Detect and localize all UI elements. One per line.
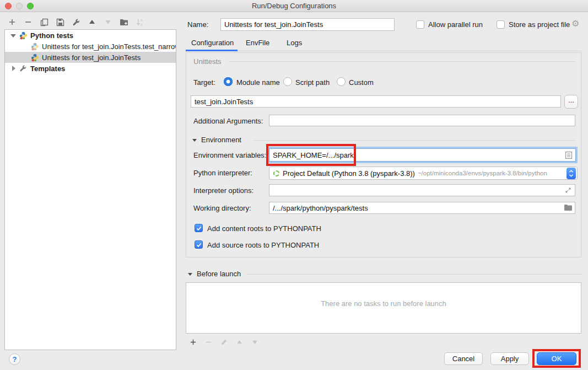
allow-parallel-run-checkbox[interactable]	[416, 20, 424, 29]
conda-env-icon	[273, 170, 279, 176]
add-configuration-button[interactable]	[8, 18, 17, 26]
interpreter-value: Project Default (Python 3.8 (pyspark-3.8…	[283, 169, 415, 178]
expand-arrow-icon[interactable]	[10, 66, 16, 71]
tree-item-templates[interactable]: Templates	[5, 63, 176, 74]
additional-arguments-input[interactable]	[269, 115, 575, 126]
combo-stepper-icon[interactable]	[567, 168, 576, 179]
help-button[interactable]: ?	[9, 353, 20, 365]
interpreter-path: ~/opt/miniconda3/envs/pyspark-3.8/bin/py…	[418, 170, 567, 176]
group-rule	[229, 61, 575, 62]
add-source-roots-checkbox[interactable]	[195, 240, 203, 249]
tree-item-python-tests[interactable]: Python tests	[5, 30, 176, 41]
edit-templates-wrench-icon[interactable]	[72, 18, 80, 26]
add-task-button[interactable]	[188, 337, 197, 346]
tree-item-label: Unittests for test_join.JoinTests	[42, 53, 141, 62]
move-down-icon	[104, 18, 112, 26]
working-directory-input[interactable]	[269, 202, 575, 214]
add-content-roots-label: Add content roots to PYTHONPATH	[207, 224, 321, 233]
active-tab-underline	[186, 50, 238, 51]
expand-field-icon[interactable]	[564, 186, 573, 195]
interpreter-options-label: Interpreter options:	[193, 186, 253, 195]
additional-arguments-label: Additional Arguments:	[193, 117, 263, 125]
allow-parallel-run-label: Allow parallel run	[428, 20, 483, 29]
new-folder-icon[interactable]	[120, 18, 128, 26]
tab-configuration[interactable]: Configuration	[191, 39, 234, 47]
tree-item-label: Unittests for test_join.JoinTests.test_n…	[42, 42, 176, 51]
move-task-up-icon	[235, 337, 244, 346]
configurations-tree: Python tests Unittests for test_join.Joi…	[4, 29, 176, 350]
before-launch-rule	[247, 274, 581, 275]
tree-item-test-narrow[interactable]: Unittests for test_join.JoinTests.test_n…	[5, 41, 176, 52]
unittests-group-title: Unittests	[193, 57, 222, 66]
apply-button[interactable]: Apply	[490, 352, 529, 365]
configurations-toolbar: az	[8, 17, 144, 27]
tabs-divider	[185, 51, 582, 51]
target-label: Target:	[193, 78, 215, 87]
configuration-panel: Unittests Target: Module name Script pat…	[186, 52, 581, 258]
store-as-project-file-checkbox[interactable]	[497, 20, 505, 29]
no-tasks-text: There are no tasks to run before launch	[186, 299, 581, 308]
sort-configurations-icon: az	[136, 18, 144, 26]
tree-item-label: Python tests	[30, 31, 73, 40]
env-vars-list-icon[interactable]	[565, 151, 574, 160]
folder-icon[interactable]	[564, 204, 573, 213]
target-custom-label: Custom	[349, 78, 374, 87]
tree-item-label: Templates	[30, 65, 65, 73]
environment-variables-input[interactable]	[269, 148, 576, 162]
save-configuration-icon[interactable]	[56, 18, 64, 26]
templates-wrench-icon	[19, 65, 28, 73]
edit-task-pencil-icon	[219, 337, 228, 346]
target-module-name-label: Module name	[236, 78, 280, 87]
add-content-roots-checkbox[interactable]	[195, 224, 203, 232]
environment-rule	[253, 140, 575, 141]
move-up-icon[interactable]	[88, 18, 96, 26]
collapse-arrow-icon[interactable]	[10, 33, 16, 38]
before-launch-collapse-icon[interactable]	[188, 273, 192, 276]
remove-task-button	[204, 337, 213, 346]
copy-configuration-icon[interactable]	[40, 18, 48, 26]
environment-collapse-icon[interactable]	[192, 139, 197, 142]
store-options-gear-icon[interactable]: ⚙	[571, 19, 579, 28]
python-interpreter-select[interactable]: Project Default (Python 3.8 (pyspark-3.8…	[269, 167, 578, 180]
module-name-input[interactable]	[191, 95, 561, 108]
svg-text:a: a	[141, 18, 143, 22]
move-task-down-icon	[250, 337, 259, 346]
name-label: Name:	[187, 20, 208, 29]
run-debug-configurations-dialog: Run/Debug Configurations az Python test	[0, 0, 588, 370]
tab-envfile[interactable]: EnvFile	[246, 39, 269, 47]
python-test-icon	[31, 53, 39, 62]
add-source-roots-label: Add source roots to PYTHONPATH	[207, 241, 319, 249]
before-launch-tasks-list[interactable]: There are no tasks to run before launch	[186, 282, 581, 334]
ok-button[interactable]: OK	[537, 352, 576, 365]
target-module-name-radio[interactable]	[224, 77, 233, 86]
target-custom-radio[interactable]	[337, 77, 346, 86]
python-interpreter-label: Python interpreter:	[193, 169, 252, 177]
tab-logs[interactable]: Logs	[287, 39, 302, 47]
title-bar: Run/Debug Configurations	[0, 0, 588, 12]
tree-item-jointests-selected[interactable]: Unittests for test_join.JoinTests	[5, 52, 176, 63]
interpreter-options-input[interactable]	[269, 184, 575, 196]
working-directory-label: Working directory:	[193, 204, 251, 212]
svg-text:z: z	[141, 23, 142, 26]
store-as-project-file-label: Store as project file	[509, 20, 570, 29]
before-launch-toolbar	[188, 337, 259, 346]
before-launch-title: Before launch	[197, 270, 241, 278]
remove-configuration-button[interactable]	[24, 18, 33, 26]
python-tests-icon	[19, 31, 28, 40]
browse-module-button[interactable]: ...	[564, 95, 578, 109]
target-script-path-radio[interactable]	[283, 77, 292, 86]
window-title: Run/Debug Configurations	[0, 2, 588, 10]
target-script-path-label: Script path	[295, 78, 330, 87]
environment-variables-label: Environment variables:	[193, 151, 266, 159]
name-input[interactable]	[220, 18, 395, 31]
cancel-button[interactable]: Cancel	[444, 352, 483, 365]
environment-section-title: Environment	[201, 136, 241, 144]
python-test-icon	[31, 42, 39, 51]
